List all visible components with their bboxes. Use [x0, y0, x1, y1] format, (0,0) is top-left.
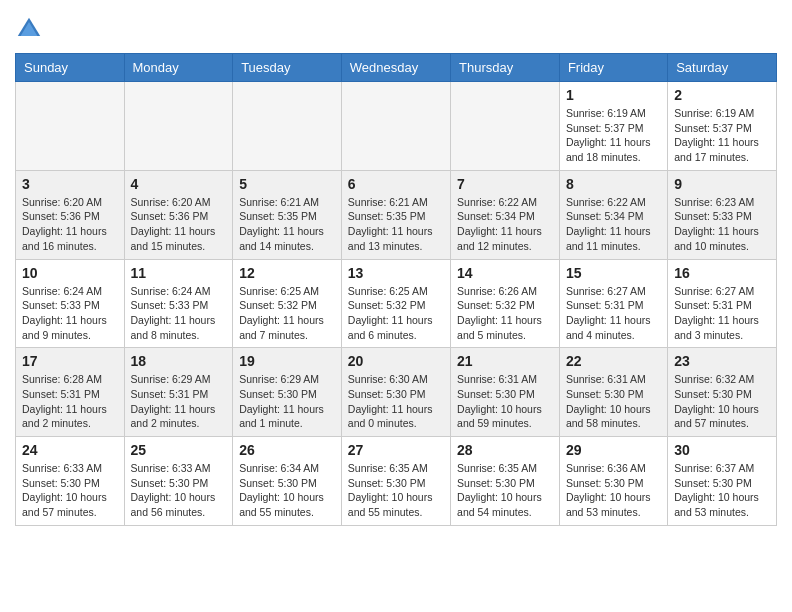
day-info: Sunrise: 6:35 AM Sunset: 5:30 PM Dayligh… — [348, 461, 444, 520]
calendar-cell: 13Sunrise: 6:25 AM Sunset: 5:32 PM Dayli… — [341, 259, 450, 348]
day-number: 27 — [348, 442, 444, 458]
day-info: Sunrise: 6:33 AM Sunset: 5:30 PM Dayligh… — [131, 461, 227, 520]
day-number: 14 — [457, 265, 553, 281]
day-number: 17 — [22, 353, 118, 369]
day-number: 25 — [131, 442, 227, 458]
day-info: Sunrise: 6:22 AM Sunset: 5:34 PM Dayligh… — [566, 195, 661, 254]
calendar-cell: 4Sunrise: 6:20 AM Sunset: 5:36 PM Daylig… — [124, 170, 233, 259]
day-number: 1 — [566, 87, 661, 103]
day-number: 7 — [457, 176, 553, 192]
calendar-cell: 28Sunrise: 6:35 AM Sunset: 5:30 PM Dayli… — [451, 437, 560, 526]
day-info: Sunrise: 6:25 AM Sunset: 5:32 PM Dayligh… — [348, 284, 444, 343]
calendar-cell: 21Sunrise: 6:31 AM Sunset: 5:30 PM Dayli… — [451, 348, 560, 437]
day-number: 13 — [348, 265, 444, 281]
calendar-cell: 12Sunrise: 6:25 AM Sunset: 5:32 PM Dayli… — [233, 259, 342, 348]
day-info: Sunrise: 6:24 AM Sunset: 5:33 PM Dayligh… — [131, 284, 227, 343]
day-info: Sunrise: 6:32 AM Sunset: 5:30 PM Dayligh… — [674, 372, 770, 431]
weekday-header: Monday — [124, 54, 233, 82]
weekday-header: Wednesday — [341, 54, 450, 82]
day-number: 24 — [22, 442, 118, 458]
calendar-header-row: SundayMondayTuesdayWednesdayThursdayFrid… — [16, 54, 777, 82]
day-info: Sunrise: 6:37 AM Sunset: 5:30 PM Dayligh… — [674, 461, 770, 520]
day-info: Sunrise: 6:20 AM Sunset: 5:36 PM Dayligh… — [131, 195, 227, 254]
calendar-cell — [124, 82, 233, 171]
calendar-cell — [451, 82, 560, 171]
day-number: 26 — [239, 442, 335, 458]
calendar-cell: 17Sunrise: 6:28 AM Sunset: 5:31 PM Dayli… — [16, 348, 125, 437]
weekday-header: Tuesday — [233, 54, 342, 82]
day-info: Sunrise: 6:23 AM Sunset: 5:33 PM Dayligh… — [674, 195, 770, 254]
logo — [15, 15, 47, 43]
day-info: Sunrise: 6:19 AM Sunset: 5:37 PM Dayligh… — [674, 106, 770, 165]
calendar-cell: 25Sunrise: 6:33 AM Sunset: 5:30 PM Dayli… — [124, 437, 233, 526]
day-info: Sunrise: 6:35 AM Sunset: 5:30 PM Dayligh… — [457, 461, 553, 520]
day-number: 5 — [239, 176, 335, 192]
page-header — [15, 15, 777, 43]
day-number: 15 — [566, 265, 661, 281]
day-number: 28 — [457, 442, 553, 458]
calendar-cell: 1Sunrise: 6:19 AM Sunset: 5:37 PM Daylig… — [559, 82, 667, 171]
calendar-cell: 26Sunrise: 6:34 AM Sunset: 5:30 PM Dayli… — [233, 437, 342, 526]
calendar-cell: 24Sunrise: 6:33 AM Sunset: 5:30 PM Dayli… — [16, 437, 125, 526]
day-number: 3 — [22, 176, 118, 192]
day-number: 11 — [131, 265, 227, 281]
day-number: 23 — [674, 353, 770, 369]
calendar-cell: 11Sunrise: 6:24 AM Sunset: 5:33 PM Dayli… — [124, 259, 233, 348]
day-info: Sunrise: 6:26 AM Sunset: 5:32 PM Dayligh… — [457, 284, 553, 343]
calendar-cell: 27Sunrise: 6:35 AM Sunset: 5:30 PM Dayli… — [341, 437, 450, 526]
weekday-header: Friday — [559, 54, 667, 82]
calendar-cell: 15Sunrise: 6:27 AM Sunset: 5:31 PM Dayli… — [559, 259, 667, 348]
day-number: 21 — [457, 353, 553, 369]
calendar-cell: 3Sunrise: 6:20 AM Sunset: 5:36 PM Daylig… — [16, 170, 125, 259]
day-info: Sunrise: 6:36 AM Sunset: 5:30 PM Dayligh… — [566, 461, 661, 520]
calendar-cell: 6Sunrise: 6:21 AM Sunset: 5:35 PM Daylig… — [341, 170, 450, 259]
calendar-cell: 19Sunrise: 6:29 AM Sunset: 5:30 PM Dayli… — [233, 348, 342, 437]
day-info: Sunrise: 6:29 AM Sunset: 5:31 PM Dayligh… — [131, 372, 227, 431]
calendar-cell: 23Sunrise: 6:32 AM Sunset: 5:30 PM Dayli… — [668, 348, 777, 437]
day-number: 2 — [674, 87, 770, 103]
calendar-week-row: 1Sunrise: 6:19 AM Sunset: 5:37 PM Daylig… — [16, 82, 777, 171]
day-info: Sunrise: 6:21 AM Sunset: 5:35 PM Dayligh… — [348, 195, 444, 254]
day-number: 10 — [22, 265, 118, 281]
day-number: 8 — [566, 176, 661, 192]
calendar-cell: 22Sunrise: 6:31 AM Sunset: 5:30 PM Dayli… — [559, 348, 667, 437]
calendar-week-row: 17Sunrise: 6:28 AM Sunset: 5:31 PM Dayli… — [16, 348, 777, 437]
calendar-cell: 14Sunrise: 6:26 AM Sunset: 5:32 PM Dayli… — [451, 259, 560, 348]
day-number: 19 — [239, 353, 335, 369]
day-info: Sunrise: 6:28 AM Sunset: 5:31 PM Dayligh… — [22, 372, 118, 431]
calendar-cell: 5Sunrise: 6:21 AM Sunset: 5:35 PM Daylig… — [233, 170, 342, 259]
calendar-cell — [341, 82, 450, 171]
day-info: Sunrise: 6:21 AM Sunset: 5:35 PM Dayligh… — [239, 195, 335, 254]
day-number: 29 — [566, 442, 661, 458]
day-info: Sunrise: 6:22 AM Sunset: 5:34 PM Dayligh… — [457, 195, 553, 254]
weekday-header: Sunday — [16, 54, 125, 82]
calendar-cell: 20Sunrise: 6:30 AM Sunset: 5:30 PM Dayli… — [341, 348, 450, 437]
calendar-cell: 8Sunrise: 6:22 AM Sunset: 5:34 PM Daylig… — [559, 170, 667, 259]
day-info: Sunrise: 6:27 AM Sunset: 5:31 PM Dayligh… — [674, 284, 770, 343]
day-info: Sunrise: 6:19 AM Sunset: 5:37 PM Dayligh… — [566, 106, 661, 165]
calendar-cell: 10Sunrise: 6:24 AM Sunset: 5:33 PM Dayli… — [16, 259, 125, 348]
day-number: 12 — [239, 265, 335, 281]
calendar-cell — [233, 82, 342, 171]
calendar-table: SundayMondayTuesdayWednesdayThursdayFrid… — [15, 53, 777, 526]
calendar-week-row: 10Sunrise: 6:24 AM Sunset: 5:33 PM Dayli… — [16, 259, 777, 348]
logo-icon — [15, 15, 43, 43]
day-number: 16 — [674, 265, 770, 281]
day-info: Sunrise: 6:24 AM Sunset: 5:33 PM Dayligh… — [22, 284, 118, 343]
day-number: 22 — [566, 353, 661, 369]
calendar-cell: 29Sunrise: 6:36 AM Sunset: 5:30 PM Dayli… — [559, 437, 667, 526]
day-info: Sunrise: 6:20 AM Sunset: 5:36 PM Dayligh… — [22, 195, 118, 254]
calendar-cell: 2Sunrise: 6:19 AM Sunset: 5:37 PM Daylig… — [668, 82, 777, 171]
day-info: Sunrise: 6:30 AM Sunset: 5:30 PM Dayligh… — [348, 372, 444, 431]
calendar-cell: 18Sunrise: 6:29 AM Sunset: 5:31 PM Dayli… — [124, 348, 233, 437]
day-info: Sunrise: 6:34 AM Sunset: 5:30 PM Dayligh… — [239, 461, 335, 520]
day-info: Sunrise: 6:25 AM Sunset: 5:32 PM Dayligh… — [239, 284, 335, 343]
day-info: Sunrise: 6:27 AM Sunset: 5:31 PM Dayligh… — [566, 284, 661, 343]
day-number: 18 — [131, 353, 227, 369]
calendar-cell: 7Sunrise: 6:22 AM Sunset: 5:34 PM Daylig… — [451, 170, 560, 259]
weekday-header: Saturday — [668, 54, 777, 82]
calendar-cell: 30Sunrise: 6:37 AM Sunset: 5:30 PM Dayli… — [668, 437, 777, 526]
day-info: Sunrise: 6:29 AM Sunset: 5:30 PM Dayligh… — [239, 372, 335, 431]
day-number: 30 — [674, 442, 770, 458]
day-number: 20 — [348, 353, 444, 369]
